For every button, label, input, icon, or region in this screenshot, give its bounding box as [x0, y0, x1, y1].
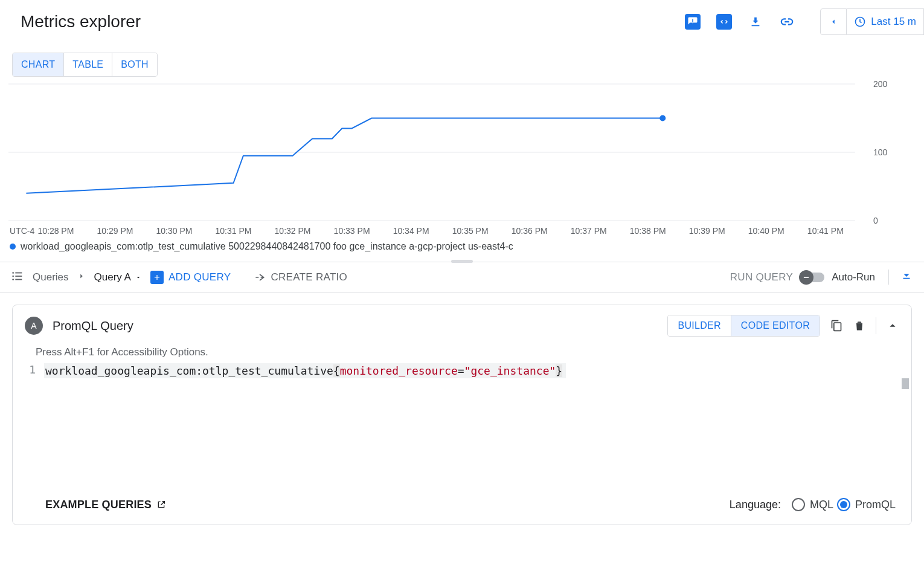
tab-table[interactable]: TABLE: [63, 53, 112, 76]
svg-text:10:37 PM: 10:37 PM: [571, 226, 607, 236]
divider: [876, 317, 876, 334]
toggle-thumb: [799, 270, 813, 285]
code-editor[interactable]: 1 workload_googleapis_com:otlp_test_cumu…: [13, 362, 911, 378]
query-area: A PromQL Query BUILDER CODE EDITOR Press…: [0, 292, 924, 537]
svg-text:10:34 PM: 10:34 PM: [393, 226, 429, 236]
editor-mode-segmented: BUILDER CODE EDITOR: [667, 315, 820, 337]
line-number: 1: [25, 363, 36, 376]
svg-text:UTC-4: UTC-4: [10, 226, 34, 236]
code-key: monitored_resource: [340, 364, 458, 377]
svg-text:10:36 PM: 10:36 PM: [512, 226, 548, 236]
query-panel: A PromQL Query BUILDER CODE EDITOR Press…: [12, 305, 912, 525]
tab-chart[interactable]: CHART: [13, 53, 63, 76]
svg-text:10:31 PM: 10:31 PM: [216, 226, 252, 236]
auto-run-toggle[interactable]: Auto-Run: [801, 271, 875, 283]
language-radio-mql[interactable]: MQL: [792, 498, 833, 511]
svg-text:100: 100: [873, 147, 888, 157]
add-query-label: ADD QUERY: [168, 271, 231, 283]
code-icon[interactable]: [716, 14, 732, 30]
svg-text:10:41 PM: 10:41 PM: [807, 226, 844, 236]
editor-scrollbar-thumb[interactable]: [902, 378, 909, 389]
code-value: "gce_instance": [464, 364, 556, 377]
minus-icon: [802, 273, 810, 282]
active-query-dropdown[interactable]: Query A: [94, 271, 142, 283]
svg-rect-28: [15, 279, 22, 280]
create-ratio-button[interactable]: CREATE RATIO: [254, 271, 347, 283]
example-queries-label: EXAMPLE QUERIES: [45, 499, 152, 511]
code-editor-mode-button[interactable]: CODE EDITOR: [731, 315, 820, 336]
add-query-button[interactable]: ADD QUERY: [150, 271, 231, 284]
svg-rect-29: [903, 278, 910, 279]
time-range-picker[interactable]: Last 15 m: [847, 8, 924, 35]
radio-icon: [837, 498, 850, 511]
queries-list-icon[interactable]: [11, 270, 24, 285]
svg-text:10:32 PM: 10:32 PM: [275, 226, 311, 236]
language-promql-label: PromQL: [855, 499, 896, 511]
svg-rect-26: [15, 276, 22, 277]
panel-footer: EXAMPLE QUERIES Language: MQL PromQL: [13, 487, 911, 525]
external-link-icon: [156, 500, 166, 509]
editor-empty-area[interactable]: [13, 378, 911, 487]
queries-label: Queries: [33, 271, 69, 283]
run-query-button[interactable]: RUN QUERY: [730, 271, 793, 283]
svg-rect-24: [15, 273, 22, 274]
accessibility-hint: Press Alt+F1 for Accessibility Options.: [13, 346, 911, 362]
time-range-prev-button[interactable]: [820, 8, 847, 35]
view-tabs: CHART TABLE BOTH: [12, 53, 158, 77]
chart-legend[interactable]: workload_googleapis_com:otlp_test_cumula…: [8, 237, 916, 260]
svg-text:200: 200: [873, 80, 888, 89]
chart-section: CHART TABLE BOTH 0100200UTC-410:28 PM10:…: [0, 48, 924, 262]
panel-header: A PromQL Query BUILDER CODE EDITOR: [13, 305, 911, 346]
header-actions: Last 15 m: [685, 8, 924, 35]
time-range-label: Last 15 m: [871, 16, 916, 28]
chart-canvas[interactable]: 0100200UTC-410:28 PM10:29 PM10:30 PM10:3…: [8, 80, 916, 237]
plus-icon: [150, 271, 164, 284]
tab-both[interactable]: BOTH: [112, 53, 157, 76]
code-eq: =: [458, 364, 464, 377]
svg-text:10:38 PM: 10:38 PM: [630, 226, 666, 236]
download-icon[interactable]: [748, 14, 763, 30]
language-label: Language:: [730, 499, 781, 511]
active-query-label: Query A: [94, 271, 131, 283]
svg-text:10:30 PM: 10:30 PM: [156, 226, 193, 236]
link-icon[interactable]: [779, 14, 795, 30]
svg-text:10:28 PM: 10:28 PM: [37, 226, 74, 236]
svg-text:10:35 PM: 10:35 PM: [452, 226, 489, 236]
svg-text:10:40 PM: 10:40 PM: [748, 226, 784, 236]
svg-text:0: 0: [873, 216, 878, 225]
svg-point-23: [12, 272, 14, 274]
create-ratio-label: CREATE RATIO: [271, 271, 347, 283]
report-issue-icon[interactable]: [685, 14, 701, 30]
svg-point-27: [12, 279, 14, 280]
copy-query-button[interactable]: [830, 319, 843, 332]
query-toolbar: Queries Query A ADD QUERY CREATE RATIO R…: [0, 262, 924, 292]
language-radio-promql[interactable]: PromQL: [837, 498, 896, 511]
radio-icon: [792, 498, 805, 511]
code-metric: workload_googleapis_com:otlp_test_cumula…: [45, 364, 333, 377]
ratio-icon: [254, 271, 266, 283]
auto-run-label: Auto-Run: [832, 271, 875, 283]
breadcrumb-chevron-icon: [77, 272, 86, 282]
builder-mode-button[interactable]: BUILDER: [668, 315, 730, 336]
legend-color-dot: [10, 244, 16, 250]
query-badge: A: [25, 317, 43, 335]
collapse-panel-button[interactable]: [886, 319, 899, 332]
svg-point-25: [12, 276, 14, 277]
toggle-track: [801, 273, 824, 282]
svg-text:10:29 PM: 10:29 PM: [97, 226, 133, 236]
chevron-up-icon: [886, 319, 899, 332]
code-rbrace: }: [556, 364, 562, 377]
page-header: Metrics explorer Last 15 m: [0, 0, 924, 48]
svg-text:10:33 PM: 10:33 PM: [334, 226, 370, 236]
collapse-all-button[interactable]: [888, 270, 913, 285]
caret-down-icon: [135, 274, 142, 281]
code-line[interactable]: workload_googleapis_com:otlp_test_cumula…: [44, 363, 566, 378]
panel-title: PromQL Query: [53, 319, 133, 333]
example-queries-link[interactable]: EXAMPLE QUERIES: [45, 499, 166, 511]
legend-text: workload_googleapis_com:otlp_test_cumula…: [21, 241, 513, 252]
page-title: Metrics explorer: [21, 12, 141, 31]
delete-query-button[interactable]: [853, 319, 866, 332]
clock-icon: [854, 16, 866, 28]
svg-text:10:39 PM: 10:39 PM: [689, 226, 725, 236]
chevron-down-bar-icon: [900, 270, 913, 283]
